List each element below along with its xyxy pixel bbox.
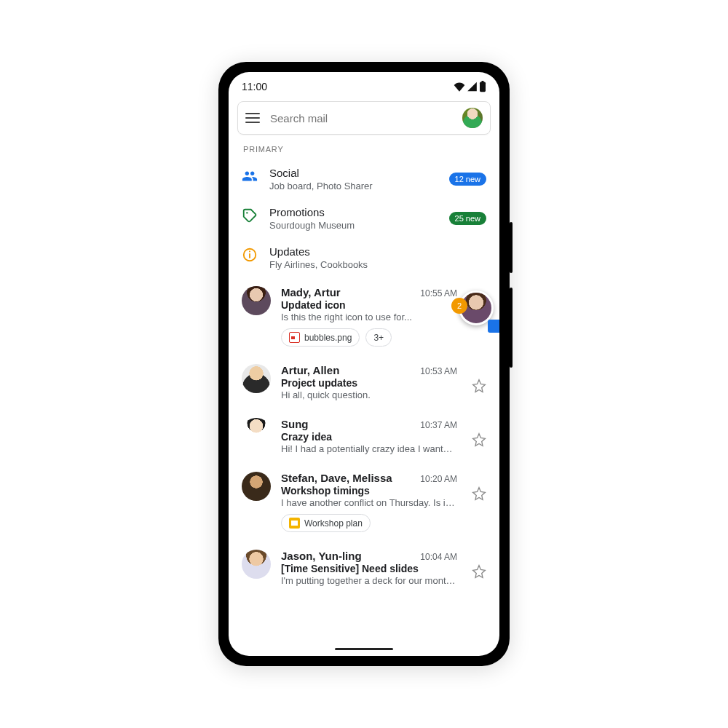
tag-icon [242,207,258,223]
search-bar[interactable] [237,101,491,135]
people-icon [242,168,258,184]
tab-subtitle: Sourdough Museum [269,220,438,231]
email-subject: Project updates [281,377,457,389]
email-subject: [Time Sensitive] Need slides [281,563,457,574]
email-time: 10:53 AM [420,366,457,376]
sender-avatar[interactable] [242,550,271,579]
tab-badge: 25 new [449,212,486,225]
search-input[interactable] [270,112,452,124]
star-icon[interactable] [472,432,486,447]
email-sender: Artur, Allen [281,364,339,376]
svg-rect-4 [249,253,250,258]
phone-frame: 11:00 PRIMARY Social Job board, Photo Sh… [218,62,510,666]
screen: 11:00 PRIMARY Social Job board, Photo Sh… [229,72,499,656]
account-avatar[interactable] [462,108,483,128]
attachment-chip[interactable]: bubbles.png [281,328,360,347]
tab-subtitle: Fly Airlines, Cookbooks [269,259,486,270]
email-item[interactable]: Jason, Yun-ling 10:04 AM [Time Sensitive… [229,541,499,595]
email-sender: Sung [281,418,309,430]
sender-avatar[interactable] [242,364,271,393]
tab-updates[interactable]: Updates Fly Airlines, Cookbooks [229,238,499,277]
svg-rect-1 [481,81,483,82]
chat-head-app-icon [488,320,499,333]
star-icon[interactable] [472,564,486,579]
email-snippet: I have another conflict on Thursday. Is … [281,497,457,508]
email-subject: Crazy idea [281,431,457,443]
tab-subtitle: Job board, Photo Sharer [269,181,438,191]
status-time: 11:00 [242,81,267,92]
cell-signal-icon [467,82,478,92]
nav-handle[interactable] [335,648,393,650]
email-subject: Updated icon [281,299,457,311]
battery-icon [479,81,486,92]
status-icons [454,81,486,92]
section-label: PRIMARY [229,142,499,159]
tab-title: Social [269,167,438,179]
email-sender: Mady, Artur [281,286,341,298]
power-button[interactable] [510,222,513,273]
email-item[interactable]: Artur, Allen 10:53 AM Project updates Hi… [229,355,499,409]
star-icon[interactable] [472,379,486,393]
star-icon[interactable] [472,486,486,501]
tab-promotions[interactable]: Promotions Sourdough Museum 25 new [229,199,499,238]
tab-title: Promotions [269,206,438,218]
email-snippet: I'm putting together a deck for our mont… [281,575,457,586]
email-time: 10:04 AM [420,552,457,562]
image-icon [289,332,300,343]
email-item[interactable]: Stefan, Dave, Melissa 10:20 AM Workshop … [229,463,499,541]
email-snippet: Hi all, quick question. [281,389,457,400]
hamburger-menu-icon[interactable] [245,113,260,123]
tab-title: Updates [269,245,486,258]
chat-head[interactable]: 2 [459,290,499,331]
email-time: 10:20 AM [420,474,457,484]
tab-social[interactable]: Social Job board, Photo Sharer 12 new [229,159,499,199]
sender-avatar[interactable] [242,286,271,315]
email-time: 10:37 AM [420,420,457,430]
svg-rect-0 [480,82,486,92]
email-subject: Workshop timings [281,485,457,496]
tab-badge: 12 new [449,173,486,186]
wifi-icon [454,82,465,92]
attachment-more-chip[interactable]: 3+ [365,328,392,347]
chip-label: bubbles.png [304,333,352,343]
volume-button[interactable] [510,288,513,368]
info-icon [242,247,258,263]
email-sender: Stefan, Dave, Melissa [281,472,392,484]
chat-head-badge: 2 [451,298,467,314]
chip-label: Workshop plan [304,518,363,529]
sender-avatar[interactable] [242,418,271,447]
attachment-chip[interactable]: Workshop plan [281,514,371,532]
inbox-list[interactable]: Social Job board, Photo Sharer 12 new Pr… [229,159,499,656]
status-bar: 11:00 [229,72,499,97]
email-item[interactable]: Sung 10:37 AM Crazy idea Hi! I had a pot… [229,409,499,463]
email-time: 10:55 AM [420,288,457,298]
slides-icon [289,518,300,529]
svg-point-2 [246,212,248,213]
svg-rect-5 [249,251,250,253]
chip-label: 3+ [373,333,384,343]
email-sender: Jason, Yun-ling [281,550,362,562]
email-snippet: Is this the right icon to use for... [281,312,457,323]
sender-avatar[interactable] [242,472,271,501]
email-snippet: Hi! I had a potentially crazy idea I wan… [281,443,457,454]
